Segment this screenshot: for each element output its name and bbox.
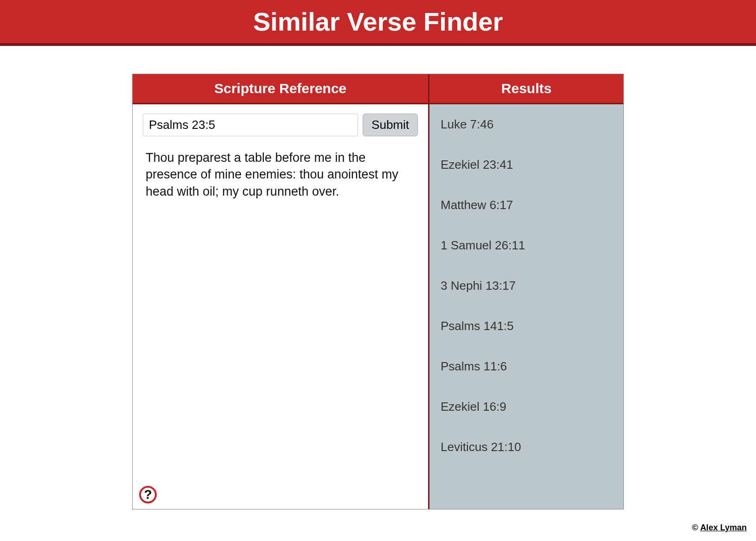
result-item[interactable]: 1 Samuel 26:11 [429,225,623,266]
left-panel: Scripture Reference Submit Thou prepares… [133,74,429,509]
results-list[interactable]: Luke 7:46 Ezekiel 23:41 Matthew 6:17 1 S… [429,104,623,509]
result-item[interactable]: 3 Nephi 13:17 [429,266,623,306]
main-container: Scripture Reference Submit Thou prepares… [132,74,624,509]
right-panel: Results Luke 7:46 Ezekiel 23:41 Matthew … [429,74,623,509]
app-title: Similar Verse Finder [253,7,503,36]
result-item[interactable]: Ezekiel 23:41 [429,145,623,185]
result-item[interactable]: Ezekiel 16:9 [429,387,623,427]
input-area: Submit [133,104,428,141]
result-item[interactable]: Psalms 11:6 [429,346,623,387]
copyright-symbol: © [692,523,698,532]
scripture-reference-header: Scripture Reference [133,74,428,104]
result-item[interactable]: Luke 7:46 [429,104,623,145]
scripture-reference-input[interactable] [143,114,358,136]
help-icon[interactable]: ? [139,486,157,503]
app-header: Similar Verse Finder [0,0,756,46]
footer-credit: © Alex Lyman [692,523,747,533]
author-link[interactable]: Alex Lyman [700,523,747,532]
results-header: Results [429,74,623,104]
submit-button[interactable]: Submit [363,114,418,136]
result-item[interactable]: Matthew 6:17 [429,185,623,225]
verse-text: Thou preparest a table before me in the … [133,141,428,204]
result-item[interactable]: Leviticus 21:10 [429,427,623,467]
result-item[interactable]: Psalms 141:5 [429,306,623,346]
